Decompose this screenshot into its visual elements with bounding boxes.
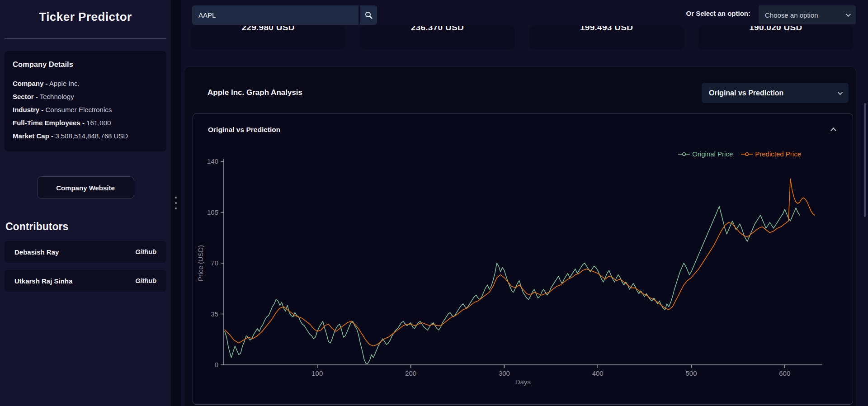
sector-field: Sector - Technology <box>13 90 158 103</box>
drag-dot-icon <box>175 208 177 209</box>
drag-dot-icon <box>175 197 177 198</box>
market-cap-field: Market Cap - 3,508,514,848,768 USD <box>13 129 158 142</box>
svg-text:Price (USD): Price (USD) <box>197 245 204 281</box>
svg-text:140: 140 <box>207 157 218 165</box>
price-cards-row: 229.980 USD 236.370 USD 199.493 USD 190.… <box>191 26 853 50</box>
svg-text:Days: Days <box>515 378 531 386</box>
graph-type-value: Original vs Prediction <box>709 89 783 97</box>
price-value: 229.980 USD <box>191 26 345 34</box>
price-value: 199.493 USD <box>529 26 684 34</box>
price-card: 229.980 USD <box>191 26 345 50</box>
chart-panel: Original vs Prediction Original Price Pr… <box>193 113 853 405</box>
svg-text:300: 300 <box>499 369 510 377</box>
github-link[interactable]: Github <box>135 248 156 255</box>
price-value: 236.370 USD <box>360 26 514 34</box>
svg-text:400: 400 <box>592 369 604 377</box>
sidebar-divider <box>5 38 166 39</box>
ticker-search-input[interactable] <box>192 5 359 25</box>
chart-panel-title: Original vs Prediction <box>208 126 280 134</box>
selected-option: Choose an option <box>765 11 818 19</box>
svg-text:105: 105 <box>207 208 218 216</box>
price-chart: 03570105140100200300400500600DaysPrice (… <box>193 150 854 403</box>
chevron-down-icon <box>846 12 851 17</box>
svg-text:600: 600 <box>779 369 790 377</box>
svg-text:35: 35 <box>211 310 218 318</box>
contributor-name: Utkarsh Raj Sinha <box>14 277 72 285</box>
company-details-card: Company Details Company - Apple Inc. Sec… <box>5 51 166 151</box>
github-link[interactable]: Github <box>135 277 156 284</box>
drag-dot-icon <box>175 202 177 204</box>
svg-text:70: 70 <box>211 259 218 267</box>
search-icon <box>365 11 373 19</box>
app-title: Ticker Predictor <box>5 10 166 24</box>
price-card: 236.370 USD <box>360 26 514 50</box>
price-value: 190.020 USD <box>698 26 853 34</box>
svg-text:200: 200 <box>405 369 416 377</box>
collapse-chevron-up-icon[interactable] <box>830 127 836 133</box>
contributor-row: Debasish Ray Github <box>5 241 166 263</box>
industry-field: Industry - Consumer Electronics <box>13 103 158 116</box>
search-button[interactable] <box>360 5 377 25</box>
sidebar: Ticker Predictor Company Details Company… <box>0 0 171 406</box>
contributor-name: Debasish Ray <box>14 248 59 256</box>
svg-text:500: 500 <box>685 369 697 377</box>
chevron-down-icon <box>838 90 843 94</box>
scrollbar[interactable] <box>864 103 866 217</box>
app-root: Ticker Predictor Company Details Company… <box>0 0 868 406</box>
contributor-row: Utkarsh Raj Sinha Github <box>5 270 166 292</box>
company-field: Company - Apple Inc. <box>13 77 158 90</box>
svg-text:100: 100 <box>311 369 323 377</box>
company-details-heading: Company Details <box>13 60 158 69</box>
svg-text:0: 0 <box>215 361 218 368</box>
price-card: 199.493 USD <box>529 26 684 50</box>
price-card: 190.020 USD <box>698 26 853 50</box>
graph-title: Apple Inc. Graph Analysis <box>208 88 302 97</box>
contributors-heading: Contributors <box>5 221 166 233</box>
graph-type-select[interactable]: Original vs Prediction <box>702 83 849 103</box>
ticker-option-select[interactable]: Choose an option <box>759 5 856 24</box>
select-option-label: Or Select an option: <box>665 9 750 17</box>
employees-field: Full-Time Employees - 161,000 <box>13 116 158 129</box>
sidebar-resize-handle[interactable] <box>171 0 181 406</box>
graph-analysis-card: Apple Inc. Graph Analysis Original vs Pr… <box>184 66 856 406</box>
company-website-button[interactable]: Company Website <box>37 176 134 199</box>
